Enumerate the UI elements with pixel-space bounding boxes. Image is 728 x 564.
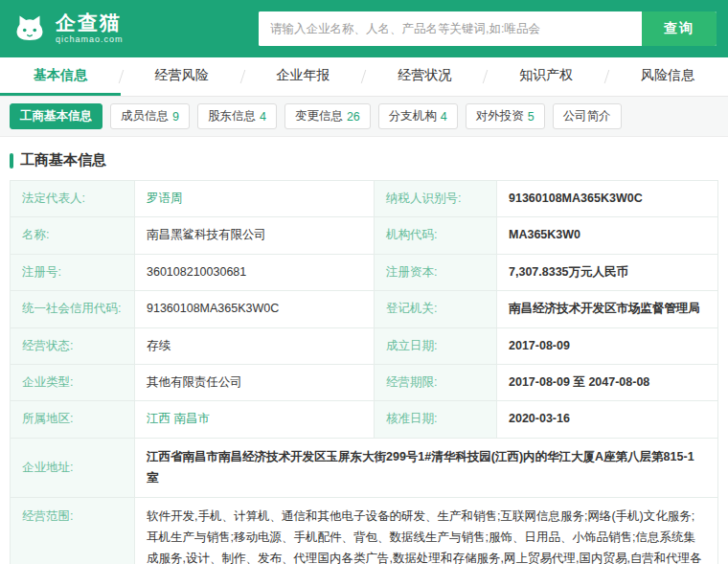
subnav-item-members[interactable]: 成员信息9: [110, 103, 190, 129]
field-label-registration-number: 注册号:: [11, 255, 135, 291]
count-badge: 5: [528, 110, 535, 124]
content: 工商基本信息 法定代表人: 罗语周 纳税人识别号: 91360108MA365K…: [10, 151, 718, 564]
field-label-operating-status: 经营状态:: [11, 328, 135, 365]
field-label-org-code: 机构代码:: [375, 217, 497, 254]
tab-basic-info[interactable]: 基本信息: [0, 57, 121, 96]
field-value-approval-date: 2020-03-16: [497, 401, 718, 438]
section-title: 工商基本信息: [20, 151, 106, 169]
count-badge: 26: [347, 110, 360, 124]
field-value-operating-status: 存续: [135, 328, 375, 365]
field-value-company-name: 南昌黑鲨科技有限公司: [135, 217, 375, 254]
tab-risk-info[interactable]: 风险信息: [607, 57, 728, 96]
count-badge: 4: [260, 110, 266, 124]
subnav-item-business-basic-info[interactable]: 工商基本信息: [10, 103, 102, 129]
subnav-item-changes[interactable]: 变更信息26: [284, 103, 371, 129]
field-value-registration-authority: 南昌经济技术开发区市场监督管理局: [497, 291, 718, 327]
field-label-credit-code: 统一社会信用代码:: [11, 291, 135, 327]
subnav-item-company-profile[interactable]: 公司简介: [553, 103, 622, 129]
field-label-company-name: 名称:: [11, 217, 135, 254]
field-label-establishment-date: 成立日期:: [375, 328, 497, 365]
brand-domain: qichamao.com: [56, 35, 124, 44]
sub-nav: 工商基本信息 成员信息9 股东信息4 变更信息26 分支机构4 对外投资5 公司…: [0, 97, 728, 137]
top-header: 企查猫 qichamao.com 查询: [0, 0, 728, 57]
field-label-operation-period: 经营期限:: [375, 365, 497, 401]
tab-intellectual-property[interactable]: 知识产权: [486, 57, 606, 96]
count-badge: 9: [172, 110, 179, 124]
subnav-item-shareholders[interactable]: 股东信息4: [197, 103, 277, 129]
logo-text: 企查猫 qichamao.com: [56, 12, 124, 44]
main-tabs: 基本信息 经营风险 企业年报 经营状况 知识产权 风险信息: [0, 57, 728, 97]
business-info-table: 法定代表人: 罗语周 纳税人识别号: 91360108MA365K3W0C 名称…: [10, 180, 718, 564]
tab-label: 风险信息: [641, 67, 694, 84]
count-badge: 4: [441, 110, 447, 124]
field-label-business-scope: 经营范围:: [11, 498, 135, 564]
field-value-credit-code: 91360108MA365K3W0C: [135, 291, 375, 327]
field-value-org-code: MA365K3W0: [497, 217, 718, 254]
subnav-item-investments[interactable]: 对外投资5: [466, 103, 545, 129]
field-value-operation-period: 2017-08-09 至 2047-08-08: [497, 365, 718, 401]
field-value-company-type: 其他有限责任公司: [135, 365, 375, 401]
field-value-taxpayer-id: 91360108MA365K3W0C: [497, 181, 718, 217]
field-label-taxpayer-id: 纳税人识别号:: [375, 181, 497, 217]
tab-label: 经营风险: [155, 67, 209, 84]
field-value-registration-number: 360108210030681: [135, 255, 375, 291]
field-label-registered-capital: 注册资本:: [375, 255, 497, 291]
section-head: 工商基本信息: [10, 151, 718, 169]
brand-name: 企查猫: [56, 12, 124, 34]
search-box: 查询: [259, 11, 717, 46]
search-button[interactable]: 查询: [642, 11, 717, 46]
field-label-registration-authority: 登记机关:: [375, 291, 497, 327]
search-input[interactable]: [259, 11, 642, 46]
field-label-approval-date: 核准日期:: [375, 401, 497, 438]
cat-logo-icon: [11, 11, 48, 47]
tab-annual-report[interactable]: 企业年报: [243, 57, 364, 96]
field-label-company-address: 企业地址:: [11, 439, 135, 499]
tab-label: 经营状况: [398, 67, 451, 84]
field-label-legal-representative: 法定代表人:: [11, 181, 135, 217]
tab-operation-status[interactable]: 经营状况: [364, 57, 485, 96]
field-value-business-scope: 软件开发,手机、计算机、通信和其他电子设备的研发、生产和销售;互联网信息服务;网…: [135, 498, 718, 564]
tab-operation-risk[interactable]: 经营风险: [122, 57, 242, 96]
field-value-establishment-date: 2017-08-09: [497, 328, 718, 365]
field-label-region: 所属地区:: [11, 401, 135, 438]
subnav-item-branches[interactable]: 分支机构4: [378, 103, 458, 129]
tab-label: 知识产权: [519, 67, 573, 84]
tab-label: 企业年报: [277, 67, 330, 84]
field-label-company-type: 企业类型:: [11, 365, 135, 401]
section-accent-bar: [10, 153, 13, 169]
logo[interactable]: 企查猫 qichamao.com: [11, 11, 124, 47]
field-value-company-address: 江西省南昌市南昌经济技术开发区玉屏东大街299号1#清华科技园(江西)内的华江大…: [135, 439, 718, 499]
field-value-legal-representative[interactable]: 罗语周: [135, 181, 375, 217]
tab-label: 基本信息: [34, 67, 87, 84]
field-value-region[interactable]: 江西 南昌市: [135, 401, 375, 438]
field-value-registered-capital: 7,307.8335万元人民币: [497, 255, 718, 291]
